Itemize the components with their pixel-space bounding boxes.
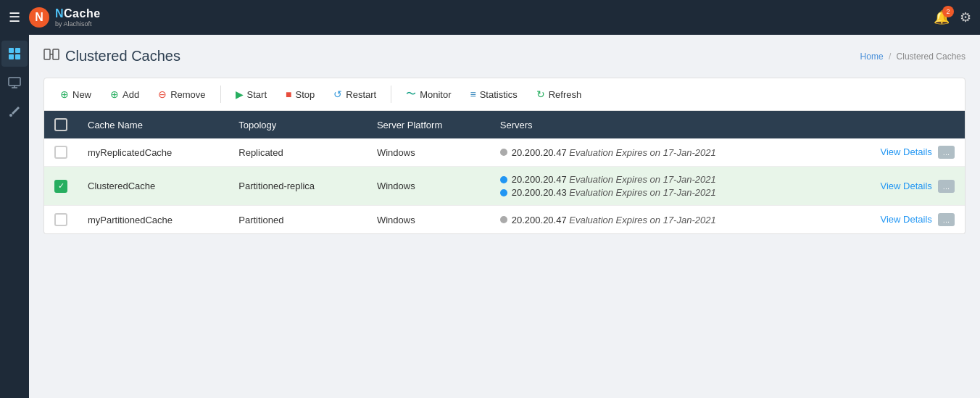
add-label: Add bbox=[122, 89, 139, 100]
row-checkbox[interactable]: ✓ bbox=[54, 180, 67, 193]
servers-cell: 20.200.20.47 Evaluation Expires on 17-Ja… bbox=[490, 167, 829, 206]
svg-rect-11 bbox=[53, 49, 59, 59]
server-entry: 20.200.20.47 Evaluation Expires on 17-Ja… bbox=[500, 147, 819, 158]
new-label: New bbox=[72, 89, 91, 100]
cache-name-cell: ClusteredCache bbox=[78, 167, 228, 206]
table-row: myReplicatedCacheReplicatedWindows20.200… bbox=[44, 138, 965, 167]
view-details-link[interactable]: View Details bbox=[881, 181, 932, 191]
header-servers: Servers bbox=[490, 111, 829, 138]
svg-rect-4 bbox=[9, 54, 14, 59]
hamburger-button[interactable]: ☰ bbox=[9, 9, 20, 25]
logo-subtitle: by Alachisoft bbox=[55, 20, 101, 28]
row-checkbox-cell bbox=[44, 206, 78, 234]
toolbar-separator-2 bbox=[391, 86, 391, 103]
new-button[interactable]: ⊕ New bbox=[53, 85, 99, 104]
remove-icon: ⊖ bbox=[158, 88, 167, 100]
row-checkbox[interactable] bbox=[54, 146, 67, 159]
refresh-icon: ↻ bbox=[536, 88, 545, 100]
server-info: 20.200.20.47 Evaluation Expires on 17-Ja… bbox=[512, 215, 716, 225]
svg-rect-3 bbox=[15, 48, 20, 53]
logo-icon: N bbox=[28, 6, 51, 29]
clustered-caches-icon bbox=[43, 46, 59, 62]
stop-button[interactable]: ■ Stop bbox=[278, 85, 322, 104]
monitor-icon bbox=[8, 76, 21, 89]
cache-table-container: Cache Name Topology Server Platform Serv… bbox=[43, 111, 966, 234]
refresh-label: Refresh bbox=[549, 89, 582, 100]
page-title-area: Clustered Caches bbox=[43, 46, 180, 66]
topology-cell: Partitioned-replica bbox=[228, 167, 367, 206]
main-content: Clustered Caches Home / Clustered Caches… bbox=[29, 35, 980, 398]
svg-text:N: N bbox=[35, 11, 43, 23]
platform-cell: Windows bbox=[367, 167, 490, 206]
actions-cell: View Details... bbox=[829, 206, 965, 234]
header-actions bbox=[829, 111, 965, 138]
cache-table: Cache Name Topology Server Platform Serv… bbox=[44, 111, 965, 233]
platform-cell: Windows bbox=[367, 206, 490, 234]
status-dot bbox=[500, 149, 507, 156]
cache-name-cell: myReplicatedCache bbox=[78, 138, 228, 167]
actions-cell: View Details... bbox=[829, 167, 965, 206]
grid-icon bbox=[8, 47, 21, 60]
monitor-toolbar-icon: 〜 bbox=[406, 88, 416, 101]
server-info: 20.200.20.47 Evaluation Expires on 17-Ja… bbox=[512, 147, 716, 158]
monitor-button[interactable]: 〜 Monitor bbox=[399, 84, 458, 104]
more-button[interactable]: ... bbox=[938, 146, 955, 159]
sidebar-item-tools[interactable] bbox=[1, 99, 28, 125]
sidebar-item-monitor[interactable] bbox=[1, 70, 28, 96]
notification-badge: 2 bbox=[942, 6, 954, 17]
tools-icon bbox=[8, 105, 21, 118]
stop-label: Stop bbox=[296, 89, 315, 100]
breadcrumb-separator: / bbox=[889, 51, 891, 62]
row-checkbox-cell bbox=[44, 138, 78, 167]
breadcrumb: Home / Clustered Caches bbox=[860, 51, 966, 62]
row-checkbox[interactable] bbox=[54, 213, 67, 226]
nav-right: 🔔 2 ⚙ bbox=[934, 9, 971, 25]
sidebar bbox=[0, 35, 29, 398]
refresh-button[interactable]: ↻ Refresh bbox=[529, 85, 589, 104]
remove-button[interactable]: ⊖ Remove bbox=[151, 85, 212, 104]
select-all-checkbox[interactable] bbox=[54, 118, 67, 131]
svg-point-9 bbox=[9, 114, 12, 117]
topology-cell: Partitioned bbox=[228, 206, 367, 234]
svg-rect-5 bbox=[15, 54, 20, 59]
svg-rect-6 bbox=[9, 78, 20, 86]
breadcrumb-home[interactable]: Home bbox=[860, 51, 884, 62]
settings-button[interactable]: ⚙ bbox=[960, 9, 971, 25]
platform-cell: Windows bbox=[367, 138, 490, 167]
restart-icon: ↺ bbox=[333, 88, 342, 100]
server-entry: 20.200.20.43 Evaluation Expires on 17-Ja… bbox=[500, 187, 819, 198]
page-title: Clustered Caches bbox=[65, 48, 180, 65]
header-topology: Topology bbox=[228, 111, 367, 138]
start-button[interactable]: ▶ Start bbox=[228, 85, 274, 104]
sidebar-item-dashboard[interactable] bbox=[1, 41, 28, 67]
server-info: 20.200.20.47 Evaluation Expires on 17-Ja… bbox=[512, 174, 716, 185]
restart-button[interactable]: ↺ Restart bbox=[326, 85, 383, 104]
table-row: myPartitionedCachePartitionedWindows20.2… bbox=[44, 206, 965, 234]
svg-rect-2 bbox=[9, 48, 14, 53]
server-entry: 20.200.20.47 Evaluation Expires on 17-Ja… bbox=[500, 215, 819, 225]
more-button[interactable]: ... bbox=[938, 213, 955, 226]
new-icon: ⊕ bbox=[60, 88, 69, 100]
statistics-label: Statistics bbox=[480, 89, 518, 100]
page-title-icon bbox=[43, 46, 59, 66]
server-info: 20.200.20.43 Evaluation Expires on 17-Ja… bbox=[512, 187, 716, 198]
toolbar: ⊕ New ⊕ Add ⊖ Remove ▶ Start ■ Stop ↺ Re… bbox=[43, 78, 966, 111]
start-icon: ▶ bbox=[236, 88, 244, 100]
status-dot bbox=[500, 189, 507, 196]
toolbar-separator-1 bbox=[220, 86, 221, 103]
servers-cell: 20.200.20.47 Evaluation Expires on 17-Ja… bbox=[490, 138, 829, 167]
status-dot bbox=[500, 216, 507, 223]
add-icon: ⊕ bbox=[110, 88, 119, 100]
more-button[interactable]: ... bbox=[938, 180, 955, 193]
view-details-link[interactable]: View Details bbox=[881, 146, 932, 157]
logo: N NCache by Alachisoft bbox=[28, 6, 101, 29]
notifications-button[interactable]: 🔔 2 bbox=[934, 9, 950, 25]
restart-label: Restart bbox=[346, 89, 376, 100]
statistics-button[interactable]: ≡ Statistics bbox=[463, 85, 525, 104]
stop-icon: ■ bbox=[286, 88, 291, 100]
logo-name: NCache bbox=[55, 7, 101, 20]
view-details-link[interactable]: View Details bbox=[881, 214, 932, 225]
add-button[interactable]: ⊕ Add bbox=[103, 85, 146, 104]
breadcrumb-current: Clustered Caches bbox=[897, 51, 966, 62]
header-checkbox bbox=[44, 111, 78, 138]
